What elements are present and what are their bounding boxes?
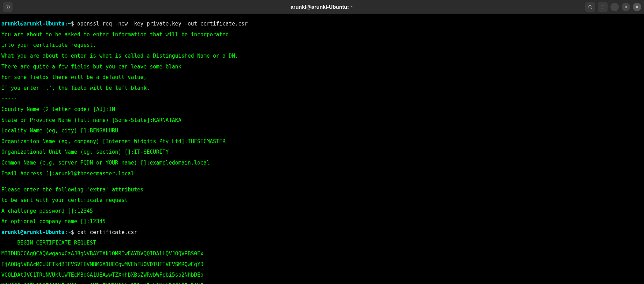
minimize-button[interactable]: [610, 3, 619, 11]
menu-button[interactable]: [598, 2, 608, 12]
output-line: A challenge password []:12345: [1, 209, 643, 214]
close-button[interactable]: [633, 3, 641, 11]
svg-rect-9: [625, 6, 627, 7]
csr-line: -----BEGIN CERTIFICATE REQUEST-----: [1, 240, 643, 246]
svg-point-3: [589, 5, 591, 8]
maximize-button[interactable]: [622, 3, 630, 11]
titlebar: arunkl@arunkl-Ubuntu: ~: [0, 0, 644, 14]
output-line: An optional company name []:12345: [1, 219, 643, 224]
csr-line: EjAQBgNVBAcMCUJFTkdBTFVSVTEVMBMGA1UECgwM…: [1, 262, 643, 267]
output-line: Organization Name (eg, company) [Interne…: [1, 139, 643, 144]
window-title: arunkl@arunkl-Ubuntu: ~: [291, 4, 353, 10]
command-text: cat certificate.csr: [74, 229, 137, 235]
prompt-line: arunkl@arunkl-Ubuntu:~$ openssl req -new…: [1, 21, 643, 27]
search-button[interactable]: [585, 2, 595, 12]
output-line: Locality Name (eg, city) []:BENGALURU: [1, 128, 643, 133]
output-line: There are quite a few fields but you can…: [1, 64, 643, 70]
prompt-dollar: $: [71, 229, 74, 235]
output-line: into your certificate request.: [1, 43, 643, 48]
new-tab-button[interactable]: [3, 2, 13, 12]
output-line: to be sent with your certificate request: [1, 198, 643, 203]
prompt-line: arunkl@arunkl-Ubuntu:~$ cat certificate.…: [1, 230, 643, 235]
output-line: Common Name (e.g. server FQDN or YOUR na…: [1, 160, 643, 166]
output-line: Email Address []:arunkl@thesecmaster.loc…: [1, 171, 643, 176]
command-text: openssl req -new -key private.key -out c…: [74, 21, 248, 27]
output-line: Organizational Unit Name (eg, section) […: [1, 150, 643, 155]
prompt-user: arunkl@arunkl-Ubuntu: [1, 229, 65, 235]
output-line: If you enter '.', the field will be left…: [1, 86, 643, 91]
prompt-user: arunkl@arunkl-Ubuntu: [1, 21, 65, 27]
output-line: You are about to be asked to enter infor…: [1, 32, 643, 37]
terminal-output[interactable]: arunkl@arunkl-Ubuntu:~$ openssl req -new…: [0, 14, 644, 284]
prompt-path: ~: [68, 21, 71, 27]
output-line: What you are about to enter is what is c…: [1, 53, 643, 59]
prompt-dollar: $: [71, 21, 74, 27]
svg-line-4: [591, 8, 592, 9]
csr-line: MIIDHDCCAgQCAQAwgaoxCzAJBgNVBAYTAklOMRIw…: [1, 251, 643, 256]
output-line: For some fields there will be a default …: [1, 75, 643, 80]
output-line: Country Name (2 letter code) [AU]:IN: [1, 107, 643, 112]
prompt-path: ~: [68, 229, 71, 235]
output-line: State or Province Name (full name) [Some…: [1, 118, 643, 123]
csr-line: VQQLDAtJVC1TRUNVUklUWTEcMBoGA1UEAwwTZXhh…: [1, 272, 643, 278]
output-line: -----: [1, 96, 643, 101]
output-line: Please enter the following 'extra' attri…: [1, 187, 643, 192]
